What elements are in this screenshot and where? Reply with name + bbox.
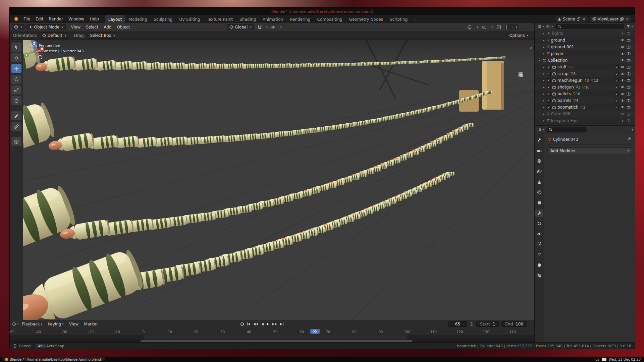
workspace-tab-modeling[interactable]: Modeling <box>125 15 151 23</box>
new-scene-icon[interactable] <box>577 17 581 21</box>
tool-move[interactable] <box>11 64 21 73</box>
playhead-line[interactable] <box>315 335 315 340</box>
sidebar-collapse-arrow[interactable]: < <box>529 46 532 50</box>
outliner-display-mode[interactable]: ▾ <box>546 23 553 30</box>
timeline-tracks[interactable] <box>10 335 534 340</box>
properties-tab-physics[interactable] <box>535 230 543 238</box>
workspace-tab-texture-paint[interactable]: Texture Paint <box>204 15 236 23</box>
outliner-row-barrels[interactable]: ▸ ✓ barrels ▽5 ✓ <box>535 97 635 104</box>
properties-search-input[interactable] <box>546 127 587 132</box>
show-overlays-toggle[interactable] <box>481 23 488 31</box>
menu-window[interactable]: Window <box>66 17 87 21</box>
workspace-tab-compositing[interactable]: Compositing <box>314 15 345 23</box>
outliner-row-stuff[interactable]: ▸ ✓ stuff ▽3 ✓ <box>535 64 635 70</box>
taskbar-clock[interactable]: Wed, 11 Dec 02:28 <box>609 358 641 361</box>
expand-arrow-icon[interactable]: ▸ <box>542 72 545 75</box>
previous-keyframe-button[interactable] <box>253 323 258 325</box>
expand-arrow-icon[interactable]: ▸ <box>542 65 545 69</box>
orientation-setting-dropdown[interactable]: Default▾ <box>40 33 68 39</box>
menu-edit[interactable]: Edit <box>33 17 46 21</box>
tool-rotate[interactable] <box>11 75 21 84</box>
timeline-ruler[interactable]: -50-40-30-20-100102030405060708090100110… <box>10 328 534 335</box>
workspace-tab-uv-editing[interactable]: UV Editing <box>176 15 204 23</box>
current-frame-indicator[interactable]: 65 <box>310 329 320 334</box>
outliner-row-icospherefog[interactable]: ▸ ▽ IcosphereFog <box>535 117 635 124</box>
timeline-menu-keying[interactable]: Keying▾ <box>45 322 66 326</box>
expand-arrow-icon[interactable]: ▸ <box>542 99 545 102</box>
collection-checkbox[interactable]: ✓ <box>547 85 551 89</box>
expand-arrow-icon[interactable]: ▸ <box>542 32 545 35</box>
outliner-row-shotgun[interactable]: ▸ ✓ shotgun y2▽10 ✓ <box>535 84 635 90</box>
pin-icon[interactable] <box>627 137 631 141</box>
properties-tab-tool[interactable] <box>535 137 543 144</box>
tray-icon[interactable] <box>602 358 606 361</box>
collection-checkbox[interactable]: ✓ <box>547 78 551 82</box>
tool-add-cube[interactable] <box>11 137 21 146</box>
expand-arrow-icon[interactable]: ▾ <box>538 59 541 62</box>
properties-tab-particles[interactable] <box>535 220 543 227</box>
viewport-canvas[interactable]: User Perspective (65) boomstick | Cylind… <box>23 40 534 320</box>
new-viewlayer-icon[interactable] <box>620 17 624 21</box>
transform-orientation-dropdown[interactable]: Global▾ <box>227 24 254 30</box>
play-reverse-button[interactable] <box>261 323 264 325</box>
properties-tab-modifiers[interactable] <box>535 209 543 217</box>
outliner-row-boomstick[interactable]: ▸ ✓ boomstick ▽3 ✓ <box>535 104 635 111</box>
timeline-menu-playback[interactable]: Playback▾ <box>19 322 45 326</box>
expand-arrow-icon[interactable]: ▸ <box>542 119 545 122</box>
properties-tab-object[interactable] <box>535 199 543 206</box>
tool-measure[interactable] <box>11 122 21 131</box>
properties-options-chevron[interactable]: ▾ <box>632 128 633 131</box>
workspace-tab-sculpting[interactable]: Sculpting <box>150 15 176 23</box>
workspace-tab-scripting[interactable]: Scripting <box>386 15 411 23</box>
workspace-tab-shading[interactable]: Shading <box>236 15 259 23</box>
remove-viewlayer-icon[interactable]: × <box>626 17 629 21</box>
proportional-edit-toggle[interactable] <box>270 23 277 31</box>
jump-to-start-button[interactable] <box>247 322 250 325</box>
expand-arrow-icon[interactable]: ▸ <box>542 112 545 116</box>
options-dropdown[interactable]: Options▾ <box>509 33 531 38</box>
properties-tab-viewlayer[interactable] <box>535 168 543 175</box>
properties-tab-material[interactable] <box>535 261 543 269</box>
exclude-checkbox[interactable]: ✓ <box>615 99 619 103</box>
exclude-checkbox[interactable]: ✓ <box>615 106 619 109</box>
workspace-tab-animation[interactable]: Animation <box>259 15 286 23</box>
keyboard-layout-indicator[interactable]: us <box>595 358 599 361</box>
end-frame-field[interactable]: End 100 <box>501 321 527 327</box>
menu-render[interactable]: Render <box>46 17 66 21</box>
properties-tab-scene[interactable] <box>535 178 543 186</box>
outliner-row-ground.001[interactable]: ▸ ▽ ground.001 <box>535 44 635 50</box>
outliner-row-collection[interactable]: ▾ Collection <box>535 57 635 64</box>
snap-toggle[interactable] <box>256 23 263 31</box>
xray-toggle[interactable] <box>495 23 502 31</box>
properties-tab-constraints[interactable] <box>535 241 543 248</box>
timeline-menu-view[interactable]: View <box>66 322 81 326</box>
outliner-row-player[interactable]: ▸ ▽ player <box>535 50 635 57</box>
menu-help[interactable]: Help <box>87 17 101 21</box>
exclude-checkbox[interactable]: ✓ <box>615 79 619 82</box>
viewport-menu-add[interactable]: Add <box>101 25 114 29</box>
drag-setting-dropdown[interactable]: Select Box▾ <box>88 33 117 39</box>
next-keyframe-button[interactable] <box>272 323 277 325</box>
add-modifier-dropdown[interactable]: Add Modifier ▾ <box>547 147 632 154</box>
outliner-row-ground[interactable]: ▸ ▽ ground <box>535 37 635 44</box>
auto-keying-toggle[interactable] <box>240 322 244 326</box>
start-frame-field[interactable]: Start 1 <box>476 321 499 327</box>
outliner-row-machinegun[interactable]: ▸ ✓ machinegun y3▽13 ✓ <box>535 77 635 84</box>
editor-type-button[interactable]: ▾ <box>12 24 24 30</box>
outliner-row-cube.006[interactable]: ▸ ▽ Cube.006 <box>535 111 635 117</box>
expand-arrow-icon[interactable]: ▸ <box>542 52 545 55</box>
properties-tab-data[interactable]: ▽ <box>535 251 543 258</box>
proportional-options-chevron[interactable]: ▾ <box>280 25 282 29</box>
timeline-scrollbar[interactable] <box>141 340 412 342</box>
exclude-checkbox[interactable]: ✓ <box>615 72 619 76</box>
add-workspace-button[interactable]: + <box>411 15 419 23</box>
tool-scale[interactable] <box>11 85 21 95</box>
properties-tab-world[interactable] <box>535 189 543 196</box>
properties-tab-texture[interactable] <box>535 272 543 279</box>
collection-checkbox[interactable]: ✓ <box>547 92 551 96</box>
outliner-editor-type-button[interactable]: ▾ <box>537 23 544 30</box>
outliner-row-bullets[interactable]: ▸ ✓ bullets ▽16 ✓ <box>535 90 635 97</box>
viewport-menu-view[interactable]: View <box>68 25 83 29</box>
pan-button[interactable] <box>518 83 526 90</box>
outliner-filter-button[interactable]: ▾ <box>626 23 633 30</box>
